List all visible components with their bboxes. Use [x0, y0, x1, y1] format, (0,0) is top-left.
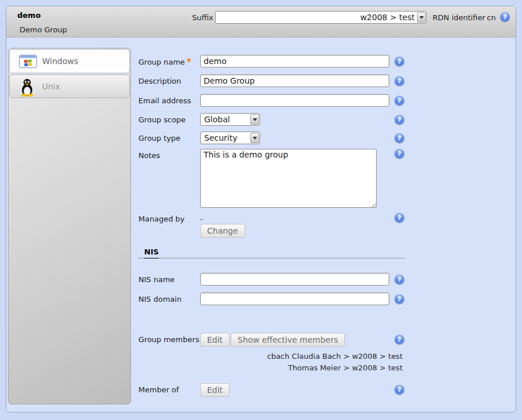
nis-section-title: NIS — [144, 247, 159, 258]
description-input[interactable] — [200, 74, 389, 87]
group-scope-label: Group scope — [138, 115, 186, 124]
email-label: Email address — [138, 96, 191, 105]
help-icon[interactable]: ? — [395, 96, 404, 106]
group-name-label: Group name✱ — [138, 57, 191, 66]
help-icon[interactable]: ? — [395, 294, 404, 304]
page: { "header": { "title": "demo", "subtitle… — [0, 0, 522, 420]
tab-unix-label: Unix — [42, 82, 60, 91]
member-of-edit-button[interactable]: Edit — [200, 383, 230, 397]
managed-by-value: - — [200, 215, 203, 223]
group-member-item: Thomas Meier > w2008 > test — [138, 362, 403, 374]
rdn-identifier-value: cn — [487, 13, 495, 22]
group-members-list: cbach Claudia Bach > w2008 > test Thomas… — [138, 351, 403, 374]
module-tabs-panel: Windows Unix — [8, 48, 131, 404]
help-icon[interactable]: ? — [500, 12, 510, 22]
group-name-input[interactable] — [200, 55, 389, 68]
account-title: demo — [17, 11, 41, 20]
group-type-select[interactable]: Security — [200, 132, 260, 144]
help-icon[interactable]: ? — [395, 76, 404, 86]
notes-textarea[interactable]: This is a demo group — [200, 149, 377, 208]
group-members-label: Group members — [138, 335, 199, 344]
help-icon[interactable]: ? — [395, 149, 404, 159]
member-of-label: Member of — [138, 385, 179, 394]
notes-label: Notes — [138, 151, 160, 160]
account-subtitle: Demo Group — [20, 25, 67, 34]
group-members-edit-button[interactable]: Edit — [200, 333, 230, 347]
suffix-select[interactable]: w2008 > test — [215, 11, 427, 24]
nis-section-header: NIS — [138, 247, 405, 258]
group-type-value: Security — [204, 133, 248, 142]
group-scope-value: Global — [204, 115, 248, 124]
dropdown-arrow-icon[interactable] — [250, 133, 259, 143]
nis-domain-input[interactable] — [200, 292, 389, 305]
group-member-item: cbach Claudia Bach > w2008 > test — [138, 351, 403, 362]
required-star-icon: ✱ — [187, 57, 191, 63]
title-bar: demo Demo Group Suffix w2008 > test RDN … — [6, 6, 516, 38]
tab-unix[interactable]: Unix — [9, 74, 130, 98]
tab-windows-label: Windows — [42, 57, 78, 66]
suffix-select-value: w2008 > test — [219, 13, 415, 22]
nis-name-input[interactable] — [200, 273, 389, 286]
group-type-label: Group type — [138, 134, 181, 142]
rdn-identifier-label: RDN identifier — [433, 13, 485, 22]
help-icon[interactable]: ? — [395, 133, 404, 143]
help-icon[interactable]: ? — [395, 335, 404, 344]
tab-windows[interactable]: Windows — [9, 49, 130, 73]
nis-domain-label: NIS domain — [138, 295, 182, 303]
dropdown-arrow-icon[interactable] — [250, 114, 259, 125]
group-scope-select[interactable]: Global — [200, 113, 260, 126]
help-icon[interactable]: ? — [395, 57, 404, 66]
change-button[interactable]: Change — [200, 224, 245, 238]
help-icon[interactable]: ? — [395, 275, 404, 284]
help-icon[interactable]: ? — [395, 115, 404, 125]
show-effective-members-button[interactable]: Show effective members — [231, 333, 345, 347]
windows-logo-icon — [19, 55, 37, 70]
description-label: Description — [138, 77, 181, 85]
managed-by-label: Managed by — [138, 215, 185, 223]
help-icon[interactable]: ? — [395, 213, 404, 223]
nis-name-label: NIS name — [138, 275, 175, 284]
email-input[interactable] — [200, 94, 389, 107]
account-editor-window: demo Demo Group Suffix w2008 > test RDN … — [6, 6, 516, 412]
tux-penguin-icon — [19, 78, 35, 99]
suffix-label: Suffix — [192, 13, 213, 22]
dropdown-arrow-icon[interactable] — [417, 12, 426, 22]
help-icon[interactable]: ? — [395, 385, 404, 395]
